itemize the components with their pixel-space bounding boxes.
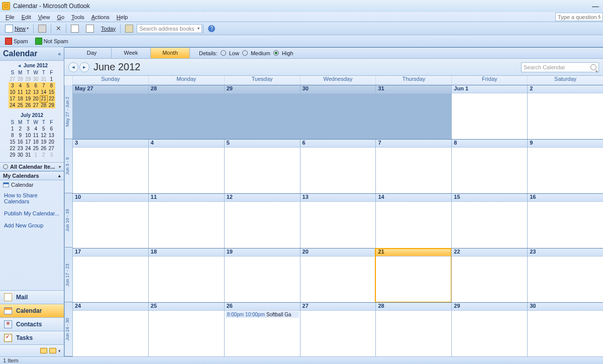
- week-label[interactable]: May 27 - Jun 2: [64, 85, 72, 139]
- menu-view[interactable]: View: [35, 14, 54, 20]
- mini-day[interactable]: 27: [9, 76, 17, 82]
- mini-day[interactable]: 11: [32, 132, 40, 139]
- day-cell[interactable]: 29: [224, 85, 300, 139]
- mini-day[interactable]: 13: [48, 132, 56, 139]
- mini-day[interactable]: 29: [48, 102, 56, 108]
- mini-day[interactable]: 5: [24, 82, 32, 89]
- mini-day[interactable]: 24: [9, 102, 17, 108]
- menu-actions[interactable]: Actions: [88, 14, 113, 20]
- cal2-icon-button[interactable]: [83, 24, 97, 34]
- mini-day[interactable]: 4: [32, 126, 40, 132]
- day-cell[interactable]: 9: [527, 140, 603, 193]
- mini-day[interactable]: 28: [17, 76, 25, 82]
- day-cell[interactable]: 30: [527, 303, 603, 356]
- menu-help[interactable]: Help: [113, 14, 132, 20]
- mini-day[interactable]: 2: [40, 152, 48, 158]
- mini-day[interactable]: 6: [48, 126, 56, 132]
- menu-go[interactable]: Go: [53, 14, 68, 20]
- mini-day[interactable]: 23: [17, 145, 25, 152]
- mini-day[interactable]: 12: [24, 89, 32, 95]
- help-button[interactable]: ?: [205, 24, 218, 33]
- mini-day[interactable]: 13: [32, 89, 40, 95]
- mini-day[interactable]: 8: [9, 132, 17, 139]
- day-cell[interactable]: 6: [300, 140, 376, 193]
- mini-day[interactable]: 7: [40, 82, 48, 89]
- mail-button[interactable]: Mail: [0, 290, 64, 304]
- day-cell[interactable]: 10: [72, 194, 148, 248]
- calendar-event[interactable]: 8:00pm10:00pmSoftball Ga: [226, 311, 299, 318]
- tab-day[interactable]: Day: [72, 48, 112, 58]
- day-cell[interactable]: 27: [300, 303, 376, 356]
- day-cell[interactable]: 20: [300, 249, 376, 302]
- mini-day[interactable]: 30: [17, 152, 25, 158]
- print-button[interactable]: [35, 24, 49, 34]
- folder-icon[interactable]: [40, 348, 47, 353]
- mini-day[interactable]: 20: [48, 139, 56, 145]
- publish-link[interactable]: Publish My Calendar...: [0, 207, 64, 219]
- mini-day[interactable]: 10: [24, 132, 32, 139]
- mini-day[interactable]: 1: [48, 76, 56, 82]
- delete-button[interactable]: ✕: [53, 24, 64, 33]
- mini-day[interactable]: 29: [9, 152, 17, 158]
- mini-day[interactable]: 18: [32, 139, 40, 145]
- day-cell[interactable]: 12: [224, 194, 300, 248]
- day-cell[interactable]: 30: [300, 85, 376, 139]
- day-cell[interactable]: 18: [148, 249, 224, 302]
- tab-month[interactable]: Month: [151, 48, 190, 58]
- mini-day[interactable]: 12: [40, 132, 48, 139]
- config-icon[interactable]: ▾: [58, 348, 61, 353]
- day-cell[interactable]: 2: [527, 85, 603, 139]
- mini-day[interactable]: 3: [9, 82, 17, 89]
- mini-day[interactable]: 18: [17, 95, 25, 102]
- mini-day[interactable]: 11: [17, 89, 25, 95]
- day-cell[interactable]: 28: [375, 303, 451, 356]
- radio-low[interactable]: [221, 50, 226, 56]
- contacts-button[interactable]: Contacts: [0, 317, 64, 331]
- week-label[interactable]: Jun 24 - 30: [64, 302, 72, 356]
- mini-day[interactable]: 19: [40, 139, 48, 145]
- mini-day[interactable]: 14: [40, 89, 48, 95]
- mini-day[interactable]: 22: [48, 95, 56, 102]
- day-cell[interactable]: 28: [148, 85, 224, 139]
- mini-day[interactable]: 25: [32, 145, 40, 152]
- spam-button[interactable]: Spam: [2, 37, 31, 46]
- day-cell[interactable]: 19: [224, 249, 300, 302]
- mini-day[interactable]: 28: [40, 102, 48, 108]
- day-cell[interactable]: 24: [72, 303, 148, 356]
- mini-day[interactable]: 15: [48, 89, 56, 95]
- day-cell[interactable]: 13: [300, 194, 376, 248]
- mini-day[interactable]: 4: [17, 82, 25, 89]
- mini-day[interactable]: 29: [24, 76, 32, 82]
- tab-week[interactable]: Week: [112, 48, 151, 58]
- calendar-button[interactable]: Calendar: [0, 304, 64, 317]
- mini-day[interactable]: 17: [24, 139, 32, 145]
- mini-day[interactable]: 17: [9, 95, 17, 102]
- menu-file[interactable]: File: [2, 14, 18, 20]
- mini-day[interactable]: 30: [32, 76, 40, 82]
- forward-arrow[interactable]: ▸: [79, 62, 89, 72]
- mini-day[interactable]: 31: [24, 152, 32, 158]
- address-search[interactable]: Search address books▾: [137, 24, 202, 33]
- mini-day[interactable]: 31: [40, 76, 48, 82]
- minimize-button[interactable]: —: [590, 2, 601, 10]
- calendar-search[interactable]: Search Calendar: [521, 62, 599, 72]
- day-cell[interactable]: 17: [72, 249, 148, 302]
- mini-day[interactable]: 8: [48, 82, 56, 89]
- radio-high[interactable]: [273, 50, 279, 56]
- addrbook-button[interactable]: [122, 24, 136, 34]
- mini-day[interactable]: 21: [40, 95, 48, 102]
- day-cell[interactable]: 25: [148, 303, 224, 356]
- mini-day[interactable]: 3: [48, 152, 56, 158]
- week-label[interactable]: Jun 3 - 9: [64, 139, 72, 193]
- day-cell[interactable]: 268:00pm10:00pmSoftball Ga: [224, 303, 300, 356]
- week-label[interactable]: Jun 10 - 16: [64, 193, 72, 248]
- folder-icon[interactable]: [49, 348, 56, 353]
- addgroup-link[interactable]: Add New Group: [0, 219, 64, 231]
- week-label[interactable]: Jun 17 - 23: [64, 248, 72, 302]
- prev-month-arrow[interactable]: ◂: [16, 63, 23, 68]
- day-cell[interactable]: 21: [375, 249, 451, 302]
- mini-day[interactable]: 19: [24, 95, 32, 102]
- day-cell[interactable]: 15: [451, 194, 527, 248]
- menu-tools[interactable]: Tools: [68, 14, 88, 20]
- day-cell[interactable]: 5: [224, 140, 300, 193]
